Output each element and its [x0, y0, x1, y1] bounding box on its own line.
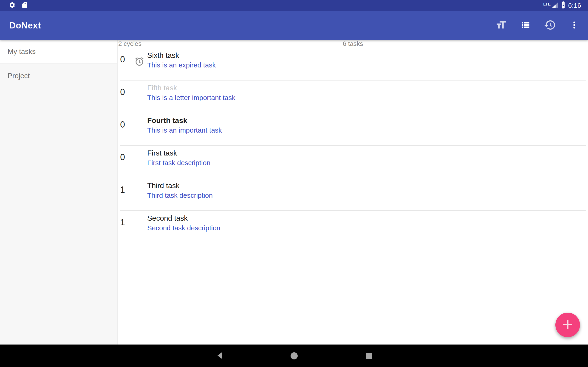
task-row[interactable]: 0 Fourth task This is an important task — [120, 113, 586, 146]
task-row[interactable]: 0 First task First task description — [120, 146, 586, 178]
plus-icon — [562, 319, 573, 331]
task-cycle-count: 0 — [120, 153, 125, 161]
task-title: Fourth task — [147, 116, 222, 125]
task-title: Second task — [147, 214, 221, 223]
clock-time: 6:16 — [568, 2, 581, 9]
task-row[interactable]: 0 Sixth task This is an expired task — [120, 48, 586, 81]
overflow-menu-button[interactable] — [567, 16, 581, 35]
back-icon — [217, 352, 223, 360]
add-task-fab[interactable] — [555, 313, 580, 337]
task-row[interactable]: 0 Fifth task This is a letter important … — [120, 81, 586, 113]
sidebar-item-label: Project — [8, 72, 30, 80]
format-size-icon — [495, 19, 507, 32]
sidebar-item-my-tasks[interactable]: My tasks — [0, 40, 117, 64]
task-description: This is an expired task — [147, 61, 216, 69]
task-title: Sixth task — [147, 51, 216, 60]
back-button[interactable] — [210, 344, 230, 367]
alarm-icon — [134, 56, 145, 67]
task-title: Fifth task — [147, 83, 235, 92]
task-row[interactable]: 1 Third task Third task description — [120, 178, 586, 211]
donext-app-screen: LTE 6:16 DoNext — [0, 0, 588, 367]
task-title: First task — [147, 148, 210, 158]
task-cycle-count: 1 — [120, 185, 125, 194]
task-cycle-count: 0 — [120, 120, 125, 129]
network-type-label: LTE — [543, 2, 551, 7]
status-bar-right: LTE 6:16 — [543, 0, 581, 11]
status-bar-left — [9, 0, 28, 11]
page-title: DoNext — [9, 20, 41, 31]
task-title: Third task — [147, 181, 213, 190]
list-view-button[interactable] — [519, 16, 532, 35]
signal-icon — [552, 2, 558, 9]
task-cycle-count: 1 — [120, 218, 125, 227]
history-button[interactable] — [543, 16, 557, 35]
app-bar: DoNext — [0, 11, 588, 40]
home-button[interactable] — [284, 344, 304, 367]
sidebar-item-label: My tasks — [8, 48, 36, 56]
task-description: Third task description — [147, 191, 213, 200]
sd-card-icon — [21, 2, 28, 9]
task-list-panel: 2 cycles 6 tasks 0 Sixth task This is an… — [118, 40, 588, 344]
settings-icon — [9, 2, 16, 9]
home-icon — [291, 352, 298, 359]
android-nav-bar — [0, 344, 588, 367]
list-header: 2 cycles 6 tasks — [118, 40, 588, 48]
recents-icon — [366, 353, 372, 359]
battery-charging-icon — [560, 1, 565, 10]
history-icon — [544, 19, 556, 32]
app-bar-actions — [494, 11, 581, 40]
recents-button[interactable] — [359, 344, 379, 367]
more-vert-icon — [570, 20, 579, 30]
sidebar-item-project[interactable]: Project — [0, 64, 117, 88]
task-row[interactable]: 1 Second task Second task description — [120, 211, 586, 243]
text-size-button[interactable] — [494, 16, 508, 35]
task-cycle-count: 0 — [120, 88, 125, 96]
list-icon — [520, 20, 531, 31]
task-description: This is a letter important task — [147, 93, 235, 102]
tasks-count-label: 6 tasks — [118, 40, 588, 48]
status-bar: LTE 6:16 — [0, 0, 588, 11]
task-description: First task description — [147, 158, 210, 167]
task-list: 0 Sixth task This is an expired task 0 F… — [118, 48, 588, 243]
sidebar: My tasks Project — [0, 40, 118, 344]
task-description: This is an important task — [147, 126, 222, 135]
task-cycle-count: 0 — [120, 55, 125, 64]
task-description: Second task description — [147, 224, 221, 232]
